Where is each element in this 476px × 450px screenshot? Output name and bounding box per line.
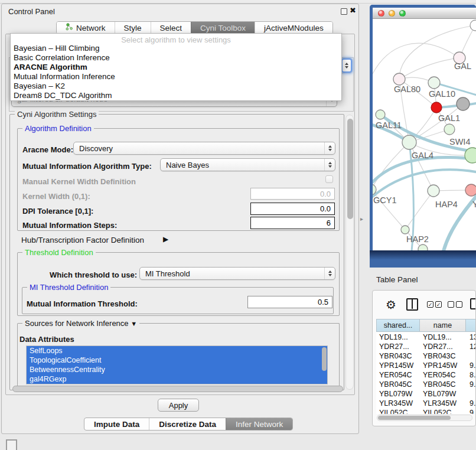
file-icon[interactable] xyxy=(470,298,476,309)
network-node[interactable] xyxy=(465,184,476,196)
control-panel-title: Control Panel xyxy=(8,7,55,16)
select-all-icon[interactable]: ✓✓ xyxy=(427,301,442,308)
deselect-all-icon[interactable] xyxy=(448,301,462,308)
tab-style[interactable]: Style xyxy=(115,22,151,34)
list-scrollbar-thumb[interactable] xyxy=(322,347,327,371)
close-traffic-icon[interactable] xyxy=(378,10,384,17)
algorithm-option[interactable]: Basic Correlation Inference xyxy=(11,53,341,63)
table-cell: YDL19... xyxy=(376,332,420,342)
table-cell: 9. xyxy=(467,361,476,370)
algorithm-option[interactable]: Dream8 DC_TDC Algorithm xyxy=(11,91,341,100)
minimized-panel-icon[interactable] xyxy=(6,439,17,450)
collapse-right-icon[interactable]: ▶ xyxy=(163,235,168,243)
minimize-traffic-icon[interactable] xyxy=(389,10,395,17)
column-header-shared...[interactable]: shared... xyxy=(376,319,420,332)
algorithm-option[interactable]: ARACNE Algorithm xyxy=(11,63,341,72)
zoom-traffic-icon[interactable] xyxy=(399,10,406,17)
mi-type-combobox[interactable]: Naive Bayes xyxy=(160,158,335,171)
which-threshold-combobox[interactable]: MI Threshold xyxy=(139,267,335,280)
network-node[interactable] xyxy=(465,148,476,163)
tab-infer-network[interactable]: Infer Network xyxy=(226,418,292,430)
network-node[interactable] xyxy=(402,135,416,149)
network-node[interactable] xyxy=(470,20,476,31)
network-window-titlebar[interactable] xyxy=(373,8,476,19)
tab-cyni-toolbox[interactable]: Cyni Toolbox xyxy=(191,22,255,34)
settings-hscrollbar-thumb[interactable] xyxy=(12,386,343,392)
combobox-stepper-icon[interactable] xyxy=(324,159,335,171)
network-node[interactable] xyxy=(444,124,455,135)
column-header-extra[interactable] xyxy=(465,319,476,332)
screen: { "control_panel": { "title": "Control P… xyxy=(0,0,476,450)
network-node[interactable] xyxy=(401,226,409,234)
algorithm-dropdown-popup: Select algorithm to view settings Bayesi… xyxy=(10,33,342,101)
tab-label: Select xyxy=(160,24,182,32)
combobox-stepper-icon[interactable] xyxy=(324,142,335,154)
manual-kernel-checkbox[interactable] xyxy=(325,175,333,183)
tab-jactivemnodules[interactable]: jActiveMNodules xyxy=(255,22,332,34)
algorithm-option[interactable]: Mutual Information Inference xyxy=(11,72,341,81)
table-row[interactable]: YDR27...YDR27...12 xyxy=(376,342,476,351)
table-cell: 9 xyxy=(467,408,476,414)
network-edge[interactable] xyxy=(405,191,433,230)
combobox-stepper-icon[interactable] xyxy=(341,58,352,73)
table-hscrollbar[interactable] xyxy=(377,415,472,421)
hub-definition-header[interactable]: Hub/Transcription Factor Definition xyxy=(21,236,144,244)
algorithm-option[interactable]: Bayesian – K2 xyxy=(11,81,341,91)
columns-icon[interactable] xyxy=(406,298,418,311)
table-row[interactable]: YPR145WYPR145W9. xyxy=(376,361,476,370)
mi-steps-field[interactable]: 6 xyxy=(250,217,335,229)
tab-discretize-data[interactable]: Discretize Data xyxy=(149,418,226,430)
settings-scrollbar-thumb[interactable] xyxy=(347,119,353,219)
combobox-stepper-icon[interactable] xyxy=(324,268,335,279)
data-attributes-list[interactable]: SelfLoopsTopologicalCoefficientBetweenne… xyxy=(26,345,328,384)
gear-icon[interactable]: ⚙ xyxy=(386,299,396,311)
table-row[interactable]: YBR043CYBR043C xyxy=(376,351,476,361)
table-row[interactable]: YDL19...YDL19...13 xyxy=(376,332,476,342)
network-node-label: HAP2 xyxy=(406,234,429,244)
apply-button[interactable]: Apply xyxy=(158,399,199,412)
network-edge[interactable] xyxy=(399,25,475,79)
collapse-down-icon[interactable]: ▼ xyxy=(131,320,137,327)
network-edge[interactable] xyxy=(399,58,459,79)
network-node-label: GCY1 xyxy=(373,195,397,205)
float-window-icon[interactable] xyxy=(341,8,347,15)
splitter-handle-icon[interactable]: ▸ xyxy=(360,216,363,222)
network-node[interactable] xyxy=(457,97,470,110)
network-graph[interactable]: GALGAL80GAL10GAL1GAL11SWI4GAL4GCY1HAP4YH… xyxy=(373,19,476,250)
tab-network[interactable]: Network xyxy=(57,22,115,34)
attribute-list-item[interactable]: TopologicalCoefficient xyxy=(27,356,327,365)
table-row[interactable]: YER054CYER054C8. xyxy=(376,370,476,380)
algorithm-option[interactable]: Bayesian – Hill Climbing xyxy=(11,44,341,53)
dpi-tolerance-field[interactable]: 0.0 xyxy=(250,203,335,215)
column-header-name[interactable]: name xyxy=(419,319,466,332)
kernel-width-field[interactable]: 0.0 xyxy=(250,188,335,200)
network-node[interactable] xyxy=(376,110,385,119)
attribute-list-item[interactable]: SelfLoops xyxy=(27,346,327,356)
network-edge[interactable] xyxy=(373,142,409,190)
attribute-list-item[interactable]: BetweennessCentrality xyxy=(27,365,327,374)
tab-label: Cyni Toolbox xyxy=(200,24,246,32)
network-node[interactable] xyxy=(431,102,442,113)
network-canvas[interactable]: GALGAL80GAL10GAL1GAL11SWI4GAL4GCY1HAP4YH… xyxy=(373,19,476,250)
group-title[interactable]: Sources for Network Inference ▼ xyxy=(22,319,139,328)
close-icon[interactable]: ✖ xyxy=(350,6,356,15)
table-row[interactable]: YBL079WYBL079W xyxy=(376,389,476,399)
settings-scrollbar[interactable] xyxy=(345,115,354,390)
table-row[interactable]: YLR345WYLR345W9. xyxy=(376,399,476,408)
tab-impute-data[interactable]: Impute Data xyxy=(84,418,149,430)
attribute-list-item[interactable]: gal4RGexp xyxy=(27,374,327,384)
table-cell: YER054C xyxy=(376,370,420,380)
table-row[interactable]: YBR045CYBR045C9. xyxy=(376,380,476,389)
table-hscrollbar-thumb[interactable] xyxy=(378,416,451,420)
network-node[interactable] xyxy=(428,77,440,89)
aracne-mode-combobox[interactable]: Discovery xyxy=(73,142,335,155)
network-node[interactable] xyxy=(428,185,439,197)
table-row[interactable]: YIL052CYIL052C9 xyxy=(376,408,476,414)
network-node[interactable] xyxy=(393,73,405,85)
table-cell: YBR045C xyxy=(376,380,420,389)
tab-select[interactable]: Select xyxy=(151,22,191,34)
mi-threshold-field[interactable]: 0.5 xyxy=(247,296,332,308)
table-cell: YBL079W xyxy=(420,389,467,399)
network-node[interactable] xyxy=(418,244,428,250)
kernel-width-label: Kernel Width (0,1): xyxy=(22,192,90,201)
